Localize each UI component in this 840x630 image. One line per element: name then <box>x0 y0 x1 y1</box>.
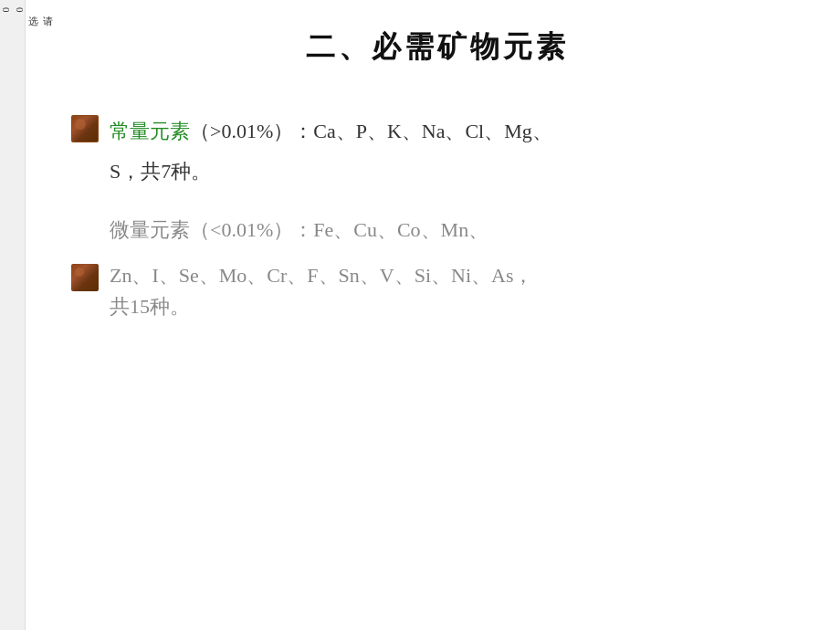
macro-label: 常量元素 <box>110 120 190 142</box>
macro-line-1: 常量元素（>0.01%）：Ca、P、K、Na、Cl、Mg、 <box>110 113 803 150</box>
micro-label: 微量元素 <box>110 218 190 241</box>
micro-line-2: Zn、I、Se、Mo、Cr、F、Sn、V、Si、Ni、As， <box>110 262 803 289</box>
micro-line-1: 微量元素（<0.01%）：Fe、Cu、Co、Mn、 <box>110 216 803 244</box>
micro-content-1: （<0.01%）：Fe、Cu、Co、Mn、 <box>190 218 488 241</box>
micro-intro-line: 微量元素（<0.01%）：Fe、Cu、Co、Mn、 <box>71 216 803 244</box>
macro-section: 常量元素（>0.01%）：Ca、P、K、Na、Cl、Mg、 S，共7种。 <box>71 113 803 189</box>
sidebar-text: 请选00pt <box>0 7 55 13</box>
macro-content-1: （>0.01%）：Ca、P、K、Na、Cl、Mg、 <box>190 120 552 142</box>
macro-line-2: S，共7种。 <box>110 153 803 190</box>
macro-bullet-icon <box>71 115 99 142</box>
micro-bullet-icon <box>71 264 99 291</box>
micro-section: Zn、I、Se、Mo、Cr、F、Sn、V、Si、Ni、As， 共15种。 <box>71 262 803 320</box>
macro-icon-image <box>72 116 98 142</box>
page-title: 二、必需矿物元素 <box>71 27 803 68</box>
main-content: 二、必需矿物元素 常量元素（>0.01%）：Ca、P、K、Na、Cl、Mg、 S… <box>26 0 840 630</box>
micro-section-body: Zn、I、Se、Mo、Cr、F、Sn、V、Si、Ni、As， 共15种。 <box>110 262 803 320</box>
micro-section-wrapper: 微量元素（<0.01%）：Fe、Cu、Co、Mn、 Zn、I、Se、Mo、Cr、… <box>71 216 803 320</box>
micro-line-3: 共15种。 <box>110 293 803 320</box>
left-sidebar: 请选00pt <box>0 0 26 630</box>
macro-section-content: 常量元素（>0.01%）：Ca、P、K、Na、Cl、Mg、 S，共7种。 <box>110 113 803 189</box>
